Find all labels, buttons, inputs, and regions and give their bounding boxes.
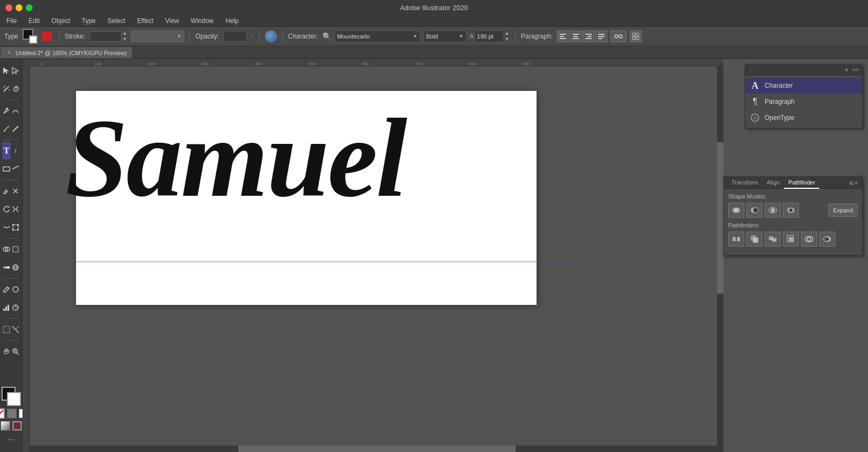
eraser-tool[interactable] [2,182,11,200]
menu-view[interactable]: View [163,16,182,26]
fill-color-swatch[interactable] [22,29,37,44]
expand-btn[interactable]: Expand [828,204,858,217]
pathfinder-tab[interactable]: Pathfinder [784,177,819,189]
artboard-tool[interactable] [2,321,11,338]
scissors-tool[interactable] [11,182,20,200]
zoom-tool[interactable] [11,343,20,360]
maximize-button[interactable] [26,4,33,11]
gray-swatch[interactable] [7,409,17,418]
v-scroll-thumb[interactable] [717,142,723,294]
opacity-label: Opacity: [195,33,219,40]
none-swatch-2[interactable] [12,421,22,431]
measure-tool[interactable] [11,281,20,298]
none-swatch[interactable] [0,408,5,419]
exclude-btn[interactable] [783,203,799,218]
magic-wand-tool[interactable] [2,80,11,97]
ellipse-tool[interactable] [11,160,20,178]
opacity-input[interactable]: 100% [223,31,247,42]
h-scroll-thumb[interactable] [238,446,516,452]
document-tab[interactable]: × Untitled-2* @ 100% (CMYK/GPU Preview) [0,47,133,58]
left-toolbar: T / [0,59,22,452]
close-button[interactable] [5,4,12,11]
direct-selection-tool[interactable] [11,62,20,79]
pencil-tool[interactable] [2,120,11,137]
character-panel-close[interactable]: × [844,66,848,74]
stroke-input[interactable] [89,31,122,42]
font-size-up[interactable]: ▲ [504,30,510,36]
transform-tab[interactable]: Transform [727,177,763,189]
minimize-button[interactable] [16,4,22,11]
align-right-btn[interactable] [583,30,594,42]
rotate-tool[interactable] [2,201,11,218]
pie-graph-tool[interactable] [11,299,20,316]
intersect-btn[interactable] [765,203,781,218]
font-style-dropdown[interactable]: Bold ▼ [424,30,466,42]
gradient-swatch[interactable] [1,421,10,431]
menu-effect[interactable]: Effect [135,16,155,26]
menu-window[interactable]: Window [188,16,216,26]
horizontal-scrollbar[interactable] [30,446,723,452]
canvas-text-samuel[interactable]: Samuel [65,96,405,220]
reflect-tool[interactable] [11,201,20,218]
paintbrush-tool[interactable] [11,120,20,137]
rectangle-tool[interactable] [2,160,11,178]
opacity-arrow[interactable]: › [250,34,254,39]
mesh-tool[interactable] [11,259,20,276]
perspective-tool[interactable] [11,241,20,258]
character-item[interactable]: A Character [745,78,862,94]
hand-tool[interactable] [2,343,11,360]
align-justify-btn[interactable] [595,30,607,42]
gradient-tool[interactable] [2,259,11,276]
paragraph-item[interactable]: ¶ Paragraph [745,94,862,110]
curvature-tool[interactable] [11,102,20,119]
menu-type[interactable]: Type [80,16,98,26]
line-type-tool[interactable]: / [11,142,20,159]
align-tab[interactable]: Align [763,177,784,189]
stroke-down[interactable]: ▼ [122,36,127,42]
fill-stroke-swatches[interactable] [2,387,21,406]
stroke-swatch[interactable] [7,392,21,406]
trim-btn[interactable] [746,232,763,247]
font-search-icon[interactable]: 🔍 [322,32,331,41]
free-transform-tool[interactable] [11,219,20,236]
font-size-down[interactable]: ▼ [504,36,510,42]
opentype-item[interactable]: O OpenType [745,110,862,126]
selection-tool[interactable] [2,62,11,79]
menu-object[interactable]: Object [49,16,72,26]
glyph-btn[interactable] [610,30,627,42]
stroke-dropdown[interactable]: ▼ [131,30,184,42]
type-tool[interactable]: T [2,142,11,159]
menu-select[interactable]: Select [105,16,127,26]
minus-back-btn[interactable] [819,232,835,247]
slice-tool[interactable] [11,321,20,338]
eyedropper-tool[interactable] [2,281,11,298]
character-panel-collapse[interactable]: >> [852,67,859,73]
more-tools-btn[interactable]: ··· [7,435,14,445]
outline-btn[interactable] [801,232,817,247]
font-name-dropdown[interactable]: Mountecarlo ▼ [335,30,420,42]
shape-builder-tool[interactable] [2,241,11,258]
canvas-area[interactable]: 0 100 200 300 400 500 600 700 800 900 Sa… [22,59,723,452]
more-options-btn[interactable] [630,30,641,42]
align-center-btn[interactable] [570,30,582,42]
pen-tool[interactable] [2,102,11,119]
vertical-scrollbar[interactable] [717,66,723,446]
divide-btn[interactable] [728,232,744,247]
lasso-tool[interactable] [11,80,20,97]
globe-icon[interactable] [265,30,277,42]
menu-file[interactable]: File [4,16,19,26]
pathfinder-menu-btn[interactable]: ≡ [849,179,853,187]
tab-close-btn[interactable]: × [6,50,12,56]
unite-btn[interactable] [728,203,744,218]
align-left-btn[interactable] [557,30,569,42]
warp-tool[interactable] [2,219,11,236]
minus-front-btn[interactable] [746,203,763,218]
stroke-icon[interactable] [41,30,54,43]
stroke-up[interactable]: ▲ [122,30,127,36]
pathfinder-close-btn[interactable]: × [854,180,859,186]
column-graph-tool[interactable] [2,299,11,316]
menu-help[interactable]: Help [223,16,241,26]
menu-edit[interactable]: Edit [26,16,42,26]
merge-btn[interactable] [765,232,781,247]
crop-btn[interactable] [783,232,799,247]
